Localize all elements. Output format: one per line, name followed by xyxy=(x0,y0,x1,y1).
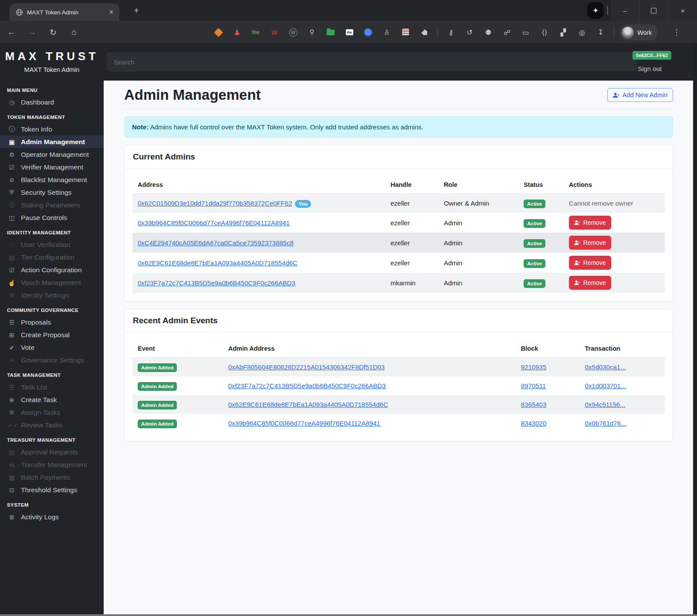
wallet-address-badge[interactable]: 0x62C0...FF62 xyxy=(633,51,671,60)
browser-menu-icon[interactable]: ⋮ xyxy=(673,27,680,37)
admin-address-link[interactable]: 0x62C01509D3e10dd71dda29f770b358372Ce0FF… xyxy=(138,200,292,207)
link-icon[interactable]: ☍ xyxy=(501,28,513,37)
person-walking-icon[interactable]: ⚲ xyxy=(306,27,318,38)
transaction-link[interactable]: 0x94c51156... xyxy=(585,401,625,408)
incognito-icon[interactable]: ⚉ xyxy=(483,28,494,37)
window-minimize-button[interactable]: – xyxy=(611,0,639,21)
remove-admin-button[interactable]: Remove xyxy=(569,236,611,250)
metamask-icon[interactable] xyxy=(213,27,224,38)
password-card-icon[interactable]: Pa xyxy=(344,27,355,38)
table-row: 0x62E9C61E68de8E7bEa1A093a4405A0D718554d… xyxy=(132,253,665,273)
sidebar-item-vote[interactable]: ✔Vote xyxy=(0,341,104,354)
event-address-link[interactable]: 0x39b964C85f0C0066d77ceA4996f76E04112A89… xyxy=(228,420,380,427)
gemini-icon[interactable]: ✦ xyxy=(587,2,604,19)
download-icon[interactable]: ↧ xyxy=(595,28,606,37)
window-maximize-button[interactable] xyxy=(639,0,668,21)
bell-icon[interactable]: ♙ xyxy=(381,27,392,38)
sidebar-item-admin-management[interactable]: ▣Admin Management xyxy=(0,135,104,148)
speedometer-icon: ◷ xyxy=(8,99,16,106)
sidebar-item-label: Approval Requests xyxy=(21,448,78,456)
layers-icon: ▤ xyxy=(8,254,16,261)
sidebar-item-blacklist-management[interactable]: ⊘Blacklist Management xyxy=(0,173,104,186)
key-icon[interactable]: ⚷ xyxy=(445,28,457,37)
window-frame xyxy=(693,44,697,616)
remove-button-label: Remove xyxy=(583,239,606,246)
extensions-puzzle-icon[interactable] xyxy=(419,27,430,38)
add-new-admin-button[interactable]: Add New Admin xyxy=(607,88,673,102)
events-column-block: Block xyxy=(516,340,580,358)
transaction-link[interactable]: 0x5d030ca1... xyxy=(585,363,626,371)
folder-icon[interactable] xyxy=(325,27,336,38)
admin-address-link[interactable]: 0xf23F7a72c7C413B5D5e9a0b6B450C9F0c266AB… xyxy=(138,279,295,287)
sidebar-item-activity-logs[interactable]: ≣Activity Logs xyxy=(0,511,104,523)
maximize-icon xyxy=(651,8,656,14)
block-link[interactable]: 8970511 xyxy=(521,382,546,389)
sidebar-item-pause-controls[interactable]: ◫Pause Controls xyxy=(0,211,104,224)
search-input[interactable] xyxy=(107,52,637,71)
brandwatch-icon[interactable]: bw xyxy=(250,27,261,38)
nav-section-title: COMMUNITY GOVERNANCE xyxy=(0,301,104,316)
sidebar-item-create-task[interactable]: ⊕Create Task xyxy=(0,393,104,406)
recent-events-card: Recent Admin Events EventAdmin AddressBl… xyxy=(124,309,673,441)
wordpress-icon[interactable]: W xyxy=(288,27,299,38)
remove-admin-button[interactable]: Remove xyxy=(569,216,611,230)
admin-address-link[interactable]: 0x62E9C61E68de8E7bEa1A093a4405A0D718554d… xyxy=(138,259,298,267)
admin-address-link[interactable]: 0xC4E294740cA05E6dA67ca0Ca5ce73592373885… xyxy=(138,239,294,247)
sidebar-item-staking-parameters: ⓈStaking Parameters xyxy=(0,199,104,211)
block-link[interactable]: 8365403 xyxy=(521,401,546,408)
browser-tab[interactable]: MAXT Token Admin × xyxy=(10,3,119,21)
share-icon[interactable]: ∴ xyxy=(362,27,374,38)
notes-icon[interactable] xyxy=(400,27,411,38)
forward-button[interactable]: → xyxy=(27,27,37,37)
block-link[interactable]: 9210935 xyxy=(521,363,546,371)
transaction-link[interactable]: 0x1d003701... xyxy=(585,382,626,389)
reload-button[interactable]: ↻ xyxy=(48,27,58,37)
event-address-link[interactable]: 0xf23F7a72c7C413B5D5e9a0b6B450C9F0c266AB… xyxy=(228,382,386,389)
qr-scan-icon[interactable]: ▞ xyxy=(558,28,569,37)
admin-role-cell: Admin xyxy=(439,273,518,293)
event-address-link[interactable]: 0x62E9C61E68de8E7bEa1A093a4405A0D718554d… xyxy=(228,401,388,408)
sidebar-item-dashboard[interactable]: ◷Dashboard xyxy=(0,96,104,108)
list-icon: ☰ xyxy=(8,319,16,326)
sidebar-item-threshold-settings[interactable]: ⊡Threshold Settings xyxy=(0,484,104,496)
back-button[interactable]: ← xyxy=(6,27,17,37)
sidebar-item-label: Dashboard xyxy=(21,98,54,106)
sidebar-item-verifier-management[interactable]: ☑Verifier Management xyxy=(0,161,104,173)
wallet-figure-icon[interactable]: ♟ xyxy=(231,27,243,38)
tab-close-icon[interactable]: × xyxy=(108,8,115,16)
events-column-event: Event xyxy=(132,340,223,358)
window-close-button[interactable]: × xyxy=(668,0,697,21)
profile-chip[interactable]: Work xyxy=(619,24,658,41)
event-address-cell: 0x39b964C85f0C0066d77ceA4996f76E04112A89… xyxy=(223,414,516,433)
brand: MAX TRUST MAXT Token Admin xyxy=(0,44,104,81)
sidebar-item-proposals[interactable]: ☰Proposals xyxy=(0,316,104,328)
history-icon[interactable]: ↺ xyxy=(464,28,475,37)
code-icon[interactable]: ⟨⟩ xyxy=(539,28,550,37)
sign-out-link[interactable]: Sign out xyxy=(638,65,662,72)
admin-address-link[interactable]: 0x39b964C85f0C0066d77ceA4996f76E04112A89… xyxy=(138,219,290,227)
transaction-link[interactable]: 0x0b761d76... xyxy=(585,420,626,427)
status-badge: Active xyxy=(524,259,546,268)
sidebar-item-operator-management[interactable]: ⚙Operator Management xyxy=(0,148,104,161)
event-address-link[interactable]: 0xAbF805604E80626D2215A0154306342F8Df51D… xyxy=(228,363,385,371)
remove-admin-button[interactable]: Remove xyxy=(569,256,611,270)
divider xyxy=(437,27,438,37)
sidebar-item-security-settings[interactable]: ⛨Security Settings xyxy=(0,186,104,199)
devices-icon[interactable]: ▭ xyxy=(520,28,531,37)
admin-address-cell: 0xf23F7a72c7C413B5D5e9a0b6B450C9F0c266AB… xyxy=(132,273,385,293)
slash-circle-icon: ⊘ xyxy=(8,176,16,183)
wayback-icon[interactable]: W xyxy=(269,27,280,38)
event-address-cell: 0xf23F7a72c7C413B5D5e9a0b6B450C9F0c266AB… xyxy=(223,376,516,395)
home-button[interactable]: ⌂ xyxy=(69,27,79,37)
admins-column-address: Address xyxy=(132,176,385,194)
block-link[interactable]: 8343020 xyxy=(521,420,546,427)
event-badge: Admin Added xyxy=(138,363,177,372)
sidebar-item-token-info[interactable]: ⓘToken Info xyxy=(0,123,104,135)
sidebar-item-action-configuration[interactable]: ☑Action Configuration xyxy=(0,264,104,276)
new-tab-button[interactable]: + xyxy=(131,5,142,17)
sidebar-item-create-proposal[interactable]: ⊞Create Proposal xyxy=(0,328,104,341)
admin-handle-cell: mkarmin xyxy=(385,273,438,293)
remove-admin-button[interactable]: Remove xyxy=(569,276,611,290)
sidebar-item-label: Task List xyxy=(21,383,47,391)
page-search-icon[interactable]: ◎ xyxy=(576,28,588,37)
